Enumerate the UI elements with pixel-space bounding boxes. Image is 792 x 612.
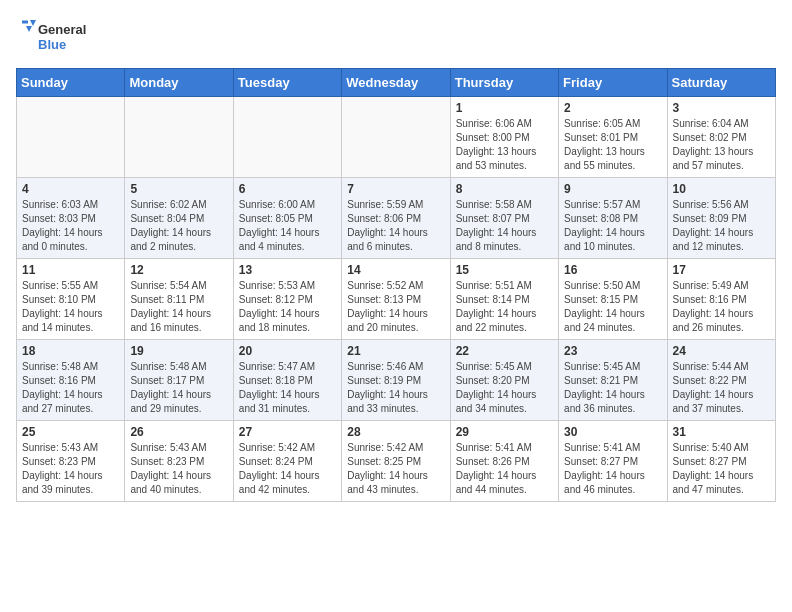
svg-marker-2 bbox=[30, 20, 36, 26]
day-header-sunday: Sunday bbox=[17, 69, 125, 97]
calendar-cell: 12Sunrise: 5:54 AM Sunset: 8:11 PM Dayli… bbox=[125, 259, 233, 340]
day-info: Sunrise: 5:47 AM Sunset: 8:18 PM Dayligh… bbox=[239, 360, 336, 416]
day-number: 31 bbox=[673, 425, 770, 439]
day-info: Sunrise: 5:59 AM Sunset: 8:06 PM Dayligh… bbox=[347, 198, 444, 254]
day-info: Sunrise: 5:49 AM Sunset: 8:16 PM Dayligh… bbox=[673, 279, 770, 335]
calendar-cell: 26Sunrise: 5:43 AM Sunset: 8:23 PM Dayli… bbox=[125, 421, 233, 502]
calendar-cell: 9Sunrise: 5:57 AM Sunset: 8:08 PM Daylig… bbox=[559, 178, 667, 259]
calendar-cell: 24Sunrise: 5:44 AM Sunset: 8:22 PM Dayli… bbox=[667, 340, 775, 421]
day-info: Sunrise: 5:56 AM Sunset: 8:09 PM Dayligh… bbox=[673, 198, 770, 254]
day-header-wednesday: Wednesday bbox=[342, 69, 450, 97]
day-number: 30 bbox=[564, 425, 661, 439]
calendar-cell: 14Sunrise: 5:52 AM Sunset: 8:13 PM Dayli… bbox=[342, 259, 450, 340]
calendar-cell: 2Sunrise: 6:05 AM Sunset: 8:01 PM Daylig… bbox=[559, 97, 667, 178]
calendar-cell: 7Sunrise: 5:59 AM Sunset: 8:06 PM Daylig… bbox=[342, 178, 450, 259]
calendar-cell: 1Sunrise: 6:06 AM Sunset: 8:00 PM Daylig… bbox=[450, 97, 558, 178]
page-header: General Blue bbox=[16, 16, 776, 56]
day-number: 25 bbox=[22, 425, 119, 439]
calendar-week-row: 25Sunrise: 5:43 AM Sunset: 8:23 PM Dayli… bbox=[17, 421, 776, 502]
calendar-cell: 30Sunrise: 5:41 AM Sunset: 8:27 PM Dayli… bbox=[559, 421, 667, 502]
day-number: 13 bbox=[239, 263, 336, 277]
day-number: 17 bbox=[673, 263, 770, 277]
calendar-cell bbox=[342, 97, 450, 178]
day-header-thursday: Thursday bbox=[450, 69, 558, 97]
day-number: 4 bbox=[22, 182, 119, 196]
calendar-cell: 4Sunrise: 6:03 AM Sunset: 8:03 PM Daylig… bbox=[17, 178, 125, 259]
calendar-table: SundayMondayTuesdayWednesdayThursdayFrid… bbox=[16, 68, 776, 502]
day-header-monday: Monday bbox=[125, 69, 233, 97]
logo: General Blue bbox=[16, 16, 106, 56]
day-number: 23 bbox=[564, 344, 661, 358]
calendar-cell: 23Sunrise: 5:45 AM Sunset: 8:21 PM Dayli… bbox=[559, 340, 667, 421]
day-number: 6 bbox=[239, 182, 336, 196]
day-number: 19 bbox=[130, 344, 227, 358]
day-info: Sunrise: 5:55 AM Sunset: 8:10 PM Dayligh… bbox=[22, 279, 119, 335]
calendar-header-row: SundayMondayTuesdayWednesdayThursdayFrid… bbox=[17, 69, 776, 97]
day-info: Sunrise: 6:05 AM Sunset: 8:01 PM Dayligh… bbox=[564, 117, 661, 173]
calendar-week-row: 4Sunrise: 6:03 AM Sunset: 8:03 PM Daylig… bbox=[17, 178, 776, 259]
day-number: 16 bbox=[564, 263, 661, 277]
svg-marker-3 bbox=[26, 26, 32, 32]
day-number: 7 bbox=[347, 182, 444, 196]
calendar-cell: 31Sunrise: 5:40 AM Sunset: 8:27 PM Dayli… bbox=[667, 421, 775, 502]
day-number: 20 bbox=[239, 344, 336, 358]
day-number: 24 bbox=[673, 344, 770, 358]
day-number: 1 bbox=[456, 101, 553, 115]
day-number: 10 bbox=[673, 182, 770, 196]
calendar-cell: 18Sunrise: 5:48 AM Sunset: 8:16 PM Dayli… bbox=[17, 340, 125, 421]
calendar-cell: 20Sunrise: 5:47 AM Sunset: 8:18 PM Dayli… bbox=[233, 340, 341, 421]
day-number: 21 bbox=[347, 344, 444, 358]
calendar-cell: 27Sunrise: 5:42 AM Sunset: 8:24 PM Dayli… bbox=[233, 421, 341, 502]
calendar-cell: 16Sunrise: 5:50 AM Sunset: 8:15 PM Dayli… bbox=[559, 259, 667, 340]
calendar-cell: 8Sunrise: 5:58 AM Sunset: 8:07 PM Daylig… bbox=[450, 178, 558, 259]
day-info: Sunrise: 5:43 AM Sunset: 8:23 PM Dayligh… bbox=[130, 441, 227, 497]
day-number: 18 bbox=[22, 344, 119, 358]
calendar-cell: 11Sunrise: 5:55 AM Sunset: 8:10 PM Dayli… bbox=[17, 259, 125, 340]
day-info: Sunrise: 5:42 AM Sunset: 8:25 PM Dayligh… bbox=[347, 441, 444, 497]
day-number: 12 bbox=[130, 263, 227, 277]
day-info: Sunrise: 5:41 AM Sunset: 8:26 PM Dayligh… bbox=[456, 441, 553, 497]
day-header-friday: Friday bbox=[559, 69, 667, 97]
day-info: Sunrise: 5:41 AM Sunset: 8:27 PM Dayligh… bbox=[564, 441, 661, 497]
day-info: Sunrise: 5:50 AM Sunset: 8:15 PM Dayligh… bbox=[564, 279, 661, 335]
day-info: Sunrise: 5:48 AM Sunset: 8:17 PM Dayligh… bbox=[130, 360, 227, 416]
day-number: 11 bbox=[22, 263, 119, 277]
day-number: 3 bbox=[673, 101, 770, 115]
day-info: Sunrise: 5:42 AM Sunset: 8:24 PM Dayligh… bbox=[239, 441, 336, 497]
day-number: 26 bbox=[130, 425, 227, 439]
day-number: 2 bbox=[564, 101, 661, 115]
calendar-cell: 25Sunrise: 5:43 AM Sunset: 8:23 PM Dayli… bbox=[17, 421, 125, 502]
calendar-cell: 21Sunrise: 5:46 AM Sunset: 8:19 PM Dayli… bbox=[342, 340, 450, 421]
day-header-tuesday: Tuesday bbox=[233, 69, 341, 97]
day-info: Sunrise: 5:57 AM Sunset: 8:08 PM Dayligh… bbox=[564, 198, 661, 254]
calendar-cell bbox=[125, 97, 233, 178]
day-info: Sunrise: 5:48 AM Sunset: 8:16 PM Dayligh… bbox=[22, 360, 119, 416]
day-number: 28 bbox=[347, 425, 444, 439]
day-info: Sunrise: 6:00 AM Sunset: 8:05 PM Dayligh… bbox=[239, 198, 336, 254]
day-number: 8 bbox=[456, 182, 553, 196]
calendar-cell bbox=[17, 97, 125, 178]
day-number: 22 bbox=[456, 344, 553, 358]
calendar-cell: 10Sunrise: 5:56 AM Sunset: 8:09 PM Dayli… bbox=[667, 178, 775, 259]
day-info: Sunrise: 6:06 AM Sunset: 8:00 PM Dayligh… bbox=[456, 117, 553, 173]
day-info: Sunrise: 5:46 AM Sunset: 8:19 PM Dayligh… bbox=[347, 360, 444, 416]
calendar-cell bbox=[233, 97, 341, 178]
day-info: Sunrise: 5:44 AM Sunset: 8:22 PM Dayligh… bbox=[673, 360, 770, 416]
day-number: 27 bbox=[239, 425, 336, 439]
day-info: Sunrise: 5:58 AM Sunset: 8:07 PM Dayligh… bbox=[456, 198, 553, 254]
day-info: Sunrise: 5:40 AM Sunset: 8:27 PM Dayligh… bbox=[673, 441, 770, 497]
day-info: Sunrise: 5:43 AM Sunset: 8:23 PM Dayligh… bbox=[22, 441, 119, 497]
day-info: Sunrise: 6:03 AM Sunset: 8:03 PM Dayligh… bbox=[22, 198, 119, 254]
day-number: 5 bbox=[130, 182, 227, 196]
day-number: 14 bbox=[347, 263, 444, 277]
day-header-saturday: Saturday bbox=[667, 69, 775, 97]
calendar-cell: 6Sunrise: 6:00 AM Sunset: 8:05 PM Daylig… bbox=[233, 178, 341, 259]
day-number: 9 bbox=[564, 182, 661, 196]
calendar-cell: 28Sunrise: 5:42 AM Sunset: 8:25 PM Dayli… bbox=[342, 421, 450, 502]
day-info: Sunrise: 5:45 AM Sunset: 8:21 PM Dayligh… bbox=[564, 360, 661, 416]
calendar-week-row: 18Sunrise: 5:48 AM Sunset: 8:16 PM Dayli… bbox=[17, 340, 776, 421]
day-info: Sunrise: 5:45 AM Sunset: 8:20 PM Dayligh… bbox=[456, 360, 553, 416]
calendar-cell: 3Sunrise: 6:04 AM Sunset: 8:02 PM Daylig… bbox=[667, 97, 775, 178]
logo-svg: General Blue bbox=[16, 16, 106, 56]
day-number: 15 bbox=[456, 263, 553, 277]
